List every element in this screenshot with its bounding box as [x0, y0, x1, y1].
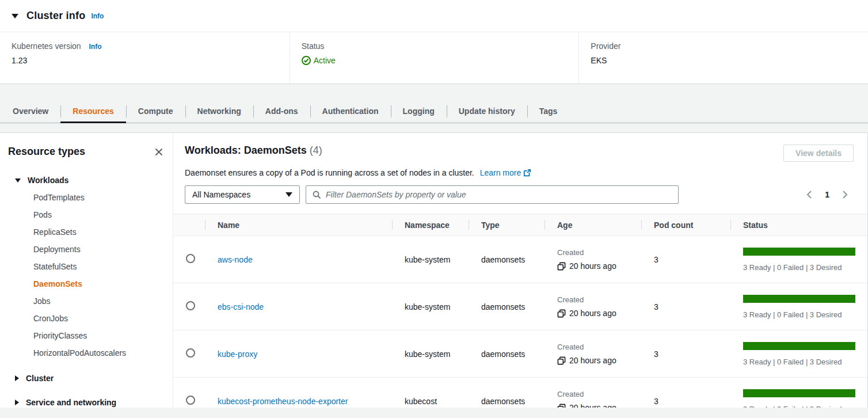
- sidebar-item-pods[interactable]: Pods: [8, 206, 165, 223]
- kubernetes-version-field: Kubernetes version Info 1.23: [0, 32, 290, 83]
- current-page-number[interactable]: 1: [825, 190, 829, 199]
- pod-count-column-header: Pod count: [641, 214, 730, 236]
- daemonset-name-link[interactable]: kubecost-prometheus-node-exporter: [218, 397, 348, 406]
- provider-label: Provider: [591, 41, 856, 51]
- tab-authentication[interactable]: Authentication: [310, 100, 391, 123]
- status-cell: 3 Ready | 0 Failed | 3 Desired: [730, 330, 867, 378]
- selection-column-header: [173, 214, 205, 236]
- daemonset-description: Daemonset ensures a copy of a Pod is run…: [185, 168, 854, 177]
- content-area: Resource types Workloads PodTemplates Po…: [0, 132, 868, 408]
- cluster-info-card: Kubernetes version Info 1.23 Status Acti…: [0, 32, 868, 84]
- tab-compute[interactable]: Compute: [126, 100, 185, 123]
- daemonsets-table: Name Namespace Type Age Pod count Status…: [173, 214, 867, 408]
- tabs-band: Overview Resources Compute Networking Ad…: [0, 84, 868, 123]
- table-header-row: Name Namespace Type Age Pod count Status: [173, 214, 867, 236]
- copy-icon[interactable]: [557, 309, 566, 318]
- status-progress-bar: [743, 248, 855, 256]
- status-progress-bar: [743, 342, 855, 350]
- tab-overview[interactable]: Overview: [1, 100, 60, 123]
- tab-update-history[interactable]: Update history: [447, 100, 527, 123]
- search-input[interactable]: [326, 190, 672, 199]
- expanded-triangle-icon: [15, 178, 21, 183]
- search-icon: [312, 190, 321, 199]
- previous-page-icon[interactable]: [805, 190, 813, 199]
- namespace-cell: kube-system: [392, 330, 469, 378]
- view-details-button[interactable]: View details: [783, 145, 854, 162]
- sidebar-item-priorityclasses[interactable]: PriorityClasses: [8, 327, 165, 344]
- pagination: 1: [805, 190, 854, 199]
- collapsed-triangle-icon: [15, 400, 19, 405]
- namespace-cell: kube-system: [392, 236, 469, 283]
- row-radio-button[interactable]: [186, 254, 195, 263]
- tab-resources[interactable]: Resources: [60, 100, 126, 123]
- sidebar-item-jobs[interactable]: Jobs: [8, 292, 165, 310]
- next-page-icon[interactable]: [841, 190, 849, 199]
- cluster-info-header: Cluster info Info: [0, 0, 868, 32]
- namespace-select[interactable]: All Namespaces: [185, 185, 300, 204]
- tree-group-service-networking-toggle[interactable]: Service and networking: [8, 395, 165, 410]
- cluster-info-info-link[interactable]: Info: [91, 12, 104, 20]
- pod-count-cell: 3: [641, 378, 730, 408]
- status-field: Status Active: [290, 32, 579, 83]
- search-box: [306, 185, 679, 204]
- provider-value: EKS: [591, 56, 856, 65]
- age-cell: Created 20 hours ago: [545, 236, 641, 283]
- sidebar-item-deployments[interactable]: Deployments: [8, 241, 165, 258]
- daemonset-name-link[interactable]: ebs-csi-node: [218, 302, 264, 311]
- tree-group-workloads: Workloads PodTemplates Pods ReplicaSets …: [8, 173, 165, 362]
- tree-group-workloads-toggle[interactable]: Workloads: [8, 173, 165, 188]
- age-cell: Created 20 hours ago: [545, 378, 641, 408]
- sidebar-item-statefulsets[interactable]: StatefulSets: [8, 258, 165, 275]
- daemonset-name-link[interactable]: kube-proxy: [218, 349, 257, 359]
- table-row: kube-proxy kube-system daemonsets Create…: [173, 330, 867, 378]
- kubernetes-version-label: Kubernetes version: [12, 41, 81, 51]
- row-radio-button[interactable]: [186, 301, 195, 310]
- tree-group-cluster-toggle[interactable]: Cluster: [8, 371, 165, 386]
- name-column-header: Name: [205, 214, 392, 236]
- status-label: Status: [302, 41, 568, 51]
- tab-tags[interactable]: Tags: [527, 100, 570, 123]
- copy-icon[interactable]: [557, 356, 566, 365]
- sidebar-item-replicasets[interactable]: ReplicaSets: [8, 223, 165, 241]
- table-row: ebs-csi-node kube-system daemonsets Crea…: [173, 283, 867, 330]
- tab-add-ons[interactable]: Add-ons: [253, 100, 310, 123]
- copy-icon[interactable]: [557, 404, 566, 408]
- resource-tree: Workloads PodTemplates Pods ReplicaSets …: [8, 173, 165, 410]
- kubernetes-version-info-link[interactable]: Info: [89, 43, 102, 51]
- status-column-header: Status: [730, 214, 867, 236]
- copy-icon[interactable]: [557, 262, 566, 271]
- cluster-info-title: Cluster info: [26, 10, 85, 22]
- status-cell: 3 Ready | 0 Failed | 3 Desired: [730, 378, 867, 408]
- sidebar-item-podtemplates[interactable]: PodTemplates: [8, 189, 165, 206]
- namespace-cell: kube-system: [392, 283, 469, 330]
- status-caption: 3 Ready | 0 Failed | 3 Desired: [743, 405, 867, 408]
- chevron-down-icon: [285, 192, 292, 197]
- status-caption: 3 Ready | 0 Failed | 3 Desired: [743, 358, 867, 366]
- daemonset-count: (4): [310, 145, 322, 156]
- filter-row: All Namespaces 1: [185, 185, 854, 204]
- close-icon[interactable]: [153, 146, 165, 158]
- external-link-icon: [523, 169, 531, 177]
- tab-networking[interactable]: Networking: [185, 100, 253, 123]
- sidebar-title: Resource types: [8, 146, 85, 158]
- daemonsets-panel: Workloads: DaemonSets (4) View details D…: [173, 133, 868, 408]
- learn-more-link[interactable]: Learn more: [480, 168, 532, 177]
- page-title: Workloads: DaemonSets (4): [185, 145, 322, 157]
- pod-count-cell: 3: [641, 330, 730, 378]
- namespace-cell: kubecost: [392, 378, 469, 408]
- age-cell: Created 20 hours ago: [545, 330, 641, 378]
- sidebar-item-cronjobs[interactable]: CronJobs: [8, 310, 165, 327]
- sidebar-item-daemonsets[interactable]: DaemonSets: [8, 275, 165, 292]
- table-row: kubecost-prometheus-node-exporter kubeco…: [173, 378, 867, 408]
- status-value: Active: [302, 56, 336, 65]
- daemonset-name-link[interactable]: aws-node: [218, 255, 253, 264]
- active-check-icon: [302, 56, 311, 65]
- age-column-header: Age: [545, 214, 641, 236]
- row-radio-button[interactable]: [186, 396, 195, 405]
- row-radio-button[interactable]: [186, 348, 195, 358]
- tree-group-cluster: Cluster: [8, 371, 165, 386]
- type-cell: daemonsets: [469, 236, 545, 283]
- sidebar-item-horizontalpodautoscalers[interactable]: HorizontalPodAutoscalers: [8, 344, 165, 362]
- collapse-caret-icon[interactable]: [12, 14, 18, 18]
- tab-logging[interactable]: Logging: [391, 100, 447, 123]
